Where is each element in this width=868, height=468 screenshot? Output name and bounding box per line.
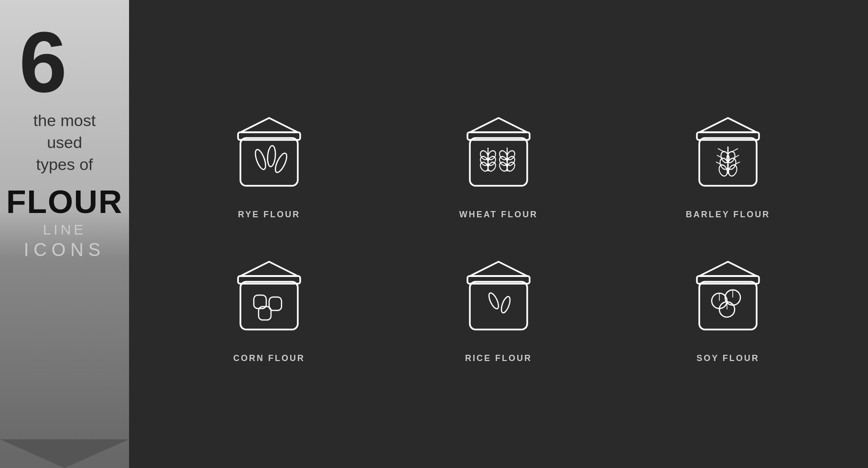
- svg-line-30: [734, 162, 740, 165]
- svg-point-4: [267, 145, 276, 167]
- icons-label: ICONS: [24, 240, 105, 260]
- flour-title: FLOUR: [6, 185, 123, 218]
- icons-grid: RYE FLOUR: [164, 105, 833, 363]
- svg-rect-6: [470, 138, 527, 186]
- wheat-flour-icon: [451, 105, 546, 200]
- big-number: 6: [19, 19, 67, 105]
- rye-flour-icon: [221, 105, 317, 200]
- barley-flour-item: BARLEY FLOUR: [623, 105, 833, 220]
- svg-line-36: [718, 149, 724, 152]
- svg-point-48: [487, 292, 500, 310]
- corn-flour-item: CORN FLOUR: [164, 248, 374, 363]
- line-label: LINE: [43, 222, 87, 238]
- svg-rect-50: [699, 282, 757, 330]
- svg-point-49: [499, 296, 511, 314]
- svg-marker-8: [470, 118, 527, 132]
- soy-flour-icon: [680, 248, 776, 344]
- svg-marker-41: [240, 262, 298, 276]
- svg-point-29: [727, 164, 738, 177]
- svg-marker-25: [699, 118, 757, 132]
- svg-line-34: [733, 155, 739, 159]
- svg-point-3: [253, 149, 268, 171]
- rye-flour-label: RYE FLOUR: [238, 210, 300, 220]
- svg-line-38: [732, 149, 738, 152]
- barley-flour-label: BARLEY FLOUR: [686, 210, 770, 220]
- svg-line-32: [717, 155, 723, 159]
- svg-rect-0: [240, 138, 298, 186]
- barley-flour-icon: [680, 105, 776, 200]
- corn-flour-label: CORN FLOUR: [233, 353, 305, 363]
- soy-flour-item: SOY FLOUR: [623, 248, 833, 363]
- sidebar: 6 the most used types of FLOUR LINE ICON…: [0, 0, 129, 468]
- subtitle-text: the most used types of: [33, 110, 96, 176]
- svg-marker-2: [240, 118, 298, 132]
- main-content: RYE FLOUR: [129, 0, 868, 468]
- svg-marker-47: [470, 262, 527, 276]
- corn-flour-icon: [221, 248, 317, 344]
- wheat-flour-label: WHEAT FLOUR: [459, 210, 538, 220]
- rice-flour-label: RICE FLOUR: [465, 353, 532, 363]
- rye-flour-item: RYE FLOUR: [164, 105, 374, 220]
- soy-flour-label: SOY FLOUR: [696, 353, 760, 363]
- rice-flour-icon: [451, 248, 546, 344]
- svg-point-27: [717, 164, 728, 177]
- svg-line-28: [716, 162, 722, 165]
- rice-flour-item: RICE FLOUR: [393, 248, 604, 363]
- svg-marker-52: [699, 262, 757, 276]
- wheat-flour-item: WHEAT FLOUR: [393, 105, 604, 220]
